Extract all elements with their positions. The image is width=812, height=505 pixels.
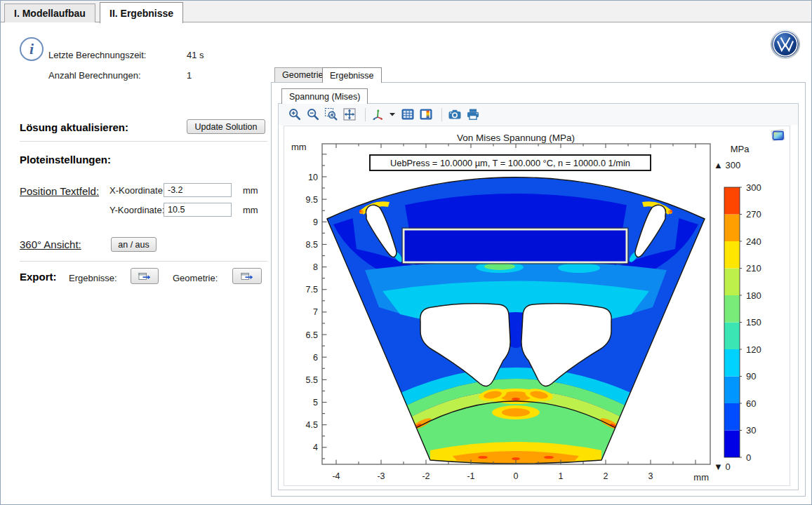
svg-text:-2: -2 [422, 471, 430, 481]
plot-title: Von Mises Spannung (MPa) [457, 133, 575, 143]
graphics-tab-geometrie-label: Geometrie [282, 70, 323, 80]
y-coordinate-label: Y-Koordinate: [109, 205, 164, 215]
svg-text:0: 0 [746, 452, 751, 463]
x-coordinate-input[interactable] [164, 183, 232, 197]
svg-text:0: 0 [514, 471, 519, 481]
svg-text:9.5: 9.5 [306, 195, 318, 205]
toolbar-separator [441, 108, 442, 121]
y-axis-unit: mm [291, 142, 307, 152]
export-heading: Export: [20, 271, 57, 283]
y-coordinate-unit: mm [243, 205, 258, 215]
print-icon[interactable] [465, 107, 481, 122]
export-results-button[interactable] [131, 268, 159, 284]
annotation-box: UebPress = 10.0000 µm, T = 100.000 °C, n… [370, 155, 651, 170]
update-solution-heading: Lösung aktualisieren: [20, 121, 128, 133]
svg-text:180: 180 [746, 290, 761, 301]
svg-text:1: 1 [559, 471, 564, 481]
svg-text:2: 2 [604, 471, 608, 481]
plot-tab-spannung-mises[interactable]: Spannung (Mises) [281, 88, 368, 104]
x-coordinate-label: X-Koordinate: [109, 185, 166, 196]
vw-logo [770, 29, 801, 60]
svg-text:-1: -1 [467, 471, 474, 481]
plot-settings-heading: Ploteinstellungen: [20, 154, 111, 166]
svg-text:210: 210 [746, 263, 761, 274]
zoom-in-icon[interactable] [287, 107, 302, 122]
axis-orientation-dropdown[interactable] [389, 107, 396, 122]
plot-window-icon[interactable] [770, 128, 787, 143]
svg-text:300: 300 [746, 182, 761, 193]
colorbar: 0306090120150180210240270300 [724, 182, 761, 463]
svg-text:5: 5 [313, 398, 318, 408]
toolbar-separator [365, 108, 366, 121]
svg-text:30: 30 [746, 425, 756, 436]
graphics-tab-ergebnisse-label: Ergebnisse [330, 71, 374, 81]
export-icon [138, 271, 151, 281]
computation-count-label: Anzahl Berechnungen: [48, 70, 141, 81]
graphics-toolbar [279, 104, 798, 125]
svg-text:60: 60 [746, 398, 756, 409]
last-computation-label: Letzte Berechnungszeit: [48, 50, 146, 60]
colorbar-min-marker: ▼ 0 [714, 462, 731, 472]
tab-modellaufbau-label: I. Modellaufbau [14, 8, 86, 19]
svg-text:-3: -3 [377, 471, 385, 481]
colorbar-max-marker: ▲ 300 [714, 160, 740, 170]
svg-text:4: 4 [313, 443, 318, 452]
info-icon: i [20, 37, 44, 61]
svg-text:3: 3 [648, 471, 653, 481]
app-window: I. Modellaufbau II. Ergebnisse i Letzte … [0, 0, 812, 505]
color-legend-icon[interactable] [418, 107, 434, 122]
update-solution-button[interactable]: Update Solution [187, 119, 265, 134]
stress-plot-canvas[interactable]: Von Mises Spannung (MPa) mm mm MPa ▲ 300… [284, 126, 791, 487]
snapshot-icon[interactable] [447, 107, 462, 122]
svg-text:8.5: 8.5 [306, 240, 318, 250]
x-coordinate-unit: mm [243, 185, 258, 196]
svg-text:90: 90 [746, 371, 756, 382]
svg-text:4.5: 4.5 [306, 420, 318, 430]
svg-text:10: 10 [308, 173, 318, 182]
svg-text:8: 8 [313, 262, 318, 272]
divider [20, 261, 267, 262]
svg-text:6: 6 [313, 353, 318, 363]
plot-tab-label: Spannung (Mises) [289, 92, 360, 102]
position-textfield-heading: Position Textfeld: [20, 185, 99, 197]
axis-orientation-icon[interactable] [371, 107, 386, 122]
svg-text:7: 7 [313, 307, 318, 317]
view-360-toggle-button[interactable]: an / aus [111, 237, 157, 252]
zoom-extents-icon[interactable] [342, 107, 357, 122]
tab-ergebnisse[interactable]: II. Ergebnisse [100, 2, 183, 23]
svg-text:5.5: 5.5 [306, 375, 318, 385]
export-geometry-label: Geometrie: [173, 273, 218, 283]
export-geometry-button[interactable] [232, 268, 262, 284]
svg-text:120: 120 [746, 344, 761, 355]
computation-count-value: 1 [187, 70, 192, 81]
divider [20, 141, 267, 142]
y-coordinate-input[interactable] [164, 203, 232, 217]
colorbar-unit: MPa [731, 144, 750, 154]
export-icon [241, 271, 253, 281]
export-results-label: Ergebnisse: [69, 273, 117, 283]
tab-modellaufbau[interactable]: I. Modellaufbau [4, 4, 95, 22]
svg-text:6.5: 6.5 [306, 330, 318, 340]
svg-text:7.5: 7.5 [306, 285, 318, 295]
svg-text:270: 270 [746, 209, 761, 220]
annotation-text: UebPress = 10.0000 µm, T = 100.000 °C, n… [390, 158, 630, 168]
svg-text:9: 9 [313, 217, 318, 227]
view-360-heading: 360° Ansicht: [20, 238, 81, 250]
svg-text:240: 240 [746, 236, 761, 247]
x-axis-unit: mm [693, 472, 709, 483]
svg-text:150: 150 [746, 317, 761, 328]
tab-ergebnisse-label: II. Ergebnisse [109, 8, 173, 19]
window-tab-strip: I. Modellaufbau II. Ergebnisse [1, 1, 811, 22]
last-computation-value: 41 s [187, 50, 204, 60]
graphics-plot-area: Von Mises Spannung (MPa) mm mm MPa ▲ 300… [284, 126, 790, 486]
grid-icon[interactable] [400, 107, 415, 122]
zoom-out-icon[interactable] [305, 107, 321, 122]
zoom-box-icon[interactable] [324, 107, 339, 122]
graphics-tab-ergebnisse[interactable]: Ergebnisse [322, 67, 382, 83]
magnet-rectangle [402, 228, 628, 264]
svg-text:-4: -4 [332, 471, 340, 481]
